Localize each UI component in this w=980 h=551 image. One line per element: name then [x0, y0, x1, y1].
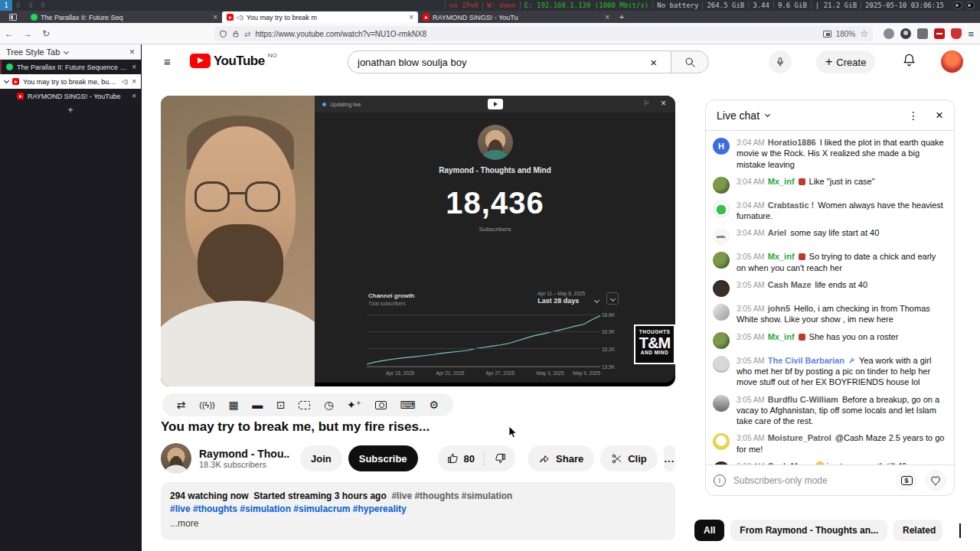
adblock-shield-icon[interactable] — [951, 28, 962, 39]
resize-player-icon[interactable]: ⊡ — [276, 399, 286, 410]
workspace-1[interactable]: 1 — [0, 0, 12, 11]
extension-thumb-icon[interactable] — [917, 28, 928, 39]
info-icon[interactable]: i — [714, 474, 726, 487]
clip-button[interactable]: Clip — [600, 445, 658, 471]
sidebar-tab-parallax[interactable]: The Parallax II: Future Sequence - Album… — [0, 60, 141, 74]
tab-close-icon[interactable]: × — [132, 92, 136, 100]
dislike-button[interactable] — [485, 445, 515, 471]
workspace-8[interactable]: 8 — [24, 0, 37, 11]
heart-button[interactable] — [925, 470, 946, 491]
chevron-expand-icon[interactable] — [4, 77, 9, 83]
chat-avatar[interactable] — [713, 332, 730, 349]
join-button[interactable]: Join — [300, 445, 342, 471]
lock-icon[interactable] — [232, 30, 240, 38]
browser-menu-icon[interactable]: ≡ — [968, 28, 974, 40]
obs-tray-icon[interactable] — [953, 2, 962, 9]
url-text[interactable]: https://www.youtube.com/watch?v=NU1O-rmk… — [255, 30, 818, 38]
sidebar-close-icon[interactable]: × — [129, 47, 135, 57]
quality-icon[interactable]: ▦ — [228, 399, 238, 410]
permissions-icon[interactable]: ⇄ — [244, 30, 250, 38]
tab-close-icon[interactable]: × — [409, 13, 413, 21]
chat-avatar[interactable] — [713, 252, 730, 269]
date-range-selector[interactable]: Apr 11 – May 8, 2025 Last 28 days — [537, 291, 585, 305]
forward-button[interactable]: → — [18, 28, 37, 39]
video-description[interactable]: 294 watching now Started streaming 3 hou… — [161, 482, 675, 540]
chevron-down-icon[interactable] — [765, 112, 770, 117]
show-more-link[interactable]: ...more — [170, 517, 666, 530]
more-actions-button[interactable]: ... — [664, 445, 675, 471]
chips-next-button[interactable] — [959, 523, 961, 537]
tab-close-icon[interactable]: × — [213, 13, 217, 21]
chevron-down-icon[interactable] — [64, 49, 69, 54]
youtube-logo[interactable]: YouTube NO — [190, 54, 277, 69]
tracking-shield-icon[interactable] — [219, 30, 227, 38]
cinema-mode-icon[interactable]: ▬ — [252, 399, 263, 410]
channel-avatar[interactable] — [161, 443, 191, 474]
tray-icon[interactable] — [965, 2, 975, 9]
chat-avatar[interactable] — [713, 356, 730, 373]
extension-account-icon[interactable] — [900, 28, 911, 39]
search-button[interactable] — [671, 51, 709, 73]
sidebar-new-tab-button[interactable]: + — [0, 103, 141, 117]
sidebar-toggle-icon[interactable] — [0, 11, 26, 23]
tab-close-icon[interactable]: × — [132, 63, 136, 71]
broadcast-icon[interactable]: ((ϟ)) — [199, 401, 214, 409]
browser-tab-raymond[interactable]: RAYMOND SINGS! - YouTu × — [418, 11, 614, 23]
tab-audio-icon[interactable]: ◁) — [121, 78, 128, 85]
chat-avatar[interactable]: ARIEL — [713, 228, 730, 245]
loop-icon[interactable]: ⇄ — [177, 399, 186, 410]
description-tags[interactable]: #live #thoughts #simulation — [391, 491, 512, 501]
screenshot-icon[interactable] — [375, 401, 387, 409]
account-avatar[interactable] — [941, 51, 963, 73]
playback-speed-icon[interactable]: ◷ — [324, 399, 333, 410]
create-button[interactable]: + Create — [816, 51, 875, 73]
picture-in-picture-icon[interactable] — [823, 31, 831, 37]
settings-gear-icon[interactable]: ⚙ — [429, 399, 439, 410]
keyboard-shortcuts-icon[interactable]: ⌨ — [400, 399, 416, 410]
chip-related[interactable]: Related — [893, 520, 942, 541]
chat-avatar[interactable] — [713, 433, 730, 450]
sidebar-tab-raymond[interactable]: RAYMOND SINGS! - YouTube × — [0, 89, 141, 103]
search-input[interactable]: jonathan blow soulja boy × — [348, 51, 671, 73]
browser-tab-parallax[interactable]: The Parallax II: Future Seq × — [26, 11, 222, 23]
subscribe-button[interactable]: Subscribe — [348, 445, 418, 471]
chat-avatar[interactable] — [713, 395, 730, 412]
chip-from-channel[interactable]: From Raymond - Thoughts an... — [730, 520, 887, 541]
chat-close-icon[interactable]: × — [936, 108, 943, 123]
chat-avatar[interactable] — [713, 177, 730, 194]
chat-menu-icon[interactable]: ⋮ — [908, 109, 919, 122]
search-query[interactable]: jonathan blow soulja boy — [358, 57, 645, 68]
superchat-button[interactable]: $ — [896, 470, 917, 491]
chat-avatar[interactable] — [713, 304, 730, 321]
guide-menu-icon[interactable]: ≡ — [164, 56, 178, 67]
reload-button[interactable]: ↻ — [37, 28, 55, 39]
tab-close-icon[interactable]: × — [132, 77, 136, 86]
enhance-icon[interactable]: ✦⁺ — [347, 399, 361, 410]
new-tab-button[interactable]: + — [614, 11, 629, 23]
tab-audio-icon[interactable]: ◁) — [237, 14, 243, 21]
feedback-flag-icon[interactable]: ⚐ — [643, 99, 649, 107]
zoom-level[interactable]: 180% — [836, 30, 856, 38]
video-player[interactable]: Updating live ⚐ × Raymond - Thoughts and… — [161, 96, 675, 386]
hashtag-links[interactable]: #live #thoughts #simulation #simulacrum … — [170, 503, 666, 516]
like-button[interactable]: 80 — [438, 445, 484, 471]
channel-name[interactable]: Raymond - Thou... — [199, 448, 289, 460]
tab-close-icon[interactable]: × — [605, 13, 609, 21]
live-chat-title[interactable]: Live chat — [717, 109, 760, 122]
bookmark-star-icon[interactable]: ☆ — [860, 28, 868, 39]
notifications-button[interactable] — [902, 53, 916, 67]
extension-red-badge-icon[interactable] — [934, 28, 945, 39]
chat-messages[interactable]: H 3:04 AMHoratio1886I liked the plot in … — [706, 131, 954, 465]
share-button[interactable]: Share — [528, 445, 594, 471]
video-frame-icon[interactable] — [299, 401, 310, 409]
back-button[interactable]: ← — [0, 28, 18, 39]
chat-avatar[interactable] — [713, 280, 730, 297]
chat-input-placeholder[interactable]: Subscribers-only mode — [733, 475, 888, 486]
popup-close-icon[interactable]: × — [661, 98, 666, 109]
voice-search-button[interactable] — [769, 51, 792, 73]
chat-avatar[interactable] — [713, 201, 730, 217]
url-bar[interactable]: ⇄ https://www.youtube.com/watch?v=NU1O-r… — [214, 26, 873, 41]
workspace-9[interactable]: 9 — [37, 0, 49, 11]
extension-mask-icon[interactable] — [884, 28, 894, 39]
chevron-down-icon[interactable] — [594, 298, 599, 303]
